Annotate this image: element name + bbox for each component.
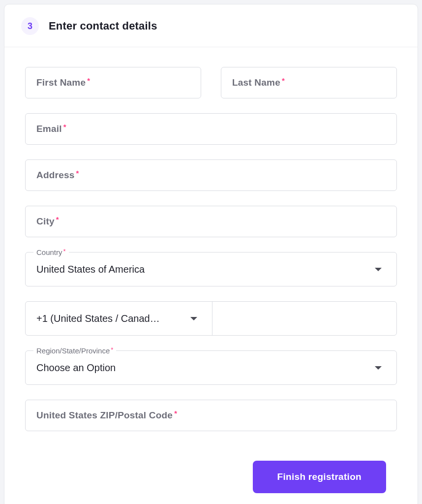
step-number-badge: 3 <box>21 17 39 35</box>
country-select[interactable]: Country* United States of America <box>25 252 397 286</box>
required-asterisk: * <box>56 215 59 223</box>
registration-card: 3 Enter contact details First Name* Last… <box>4 4 418 504</box>
region-label: Region/State/Province <box>36 346 110 355</box>
first-name-label: First Name <box>36 77 86 88</box>
region-select[interactable]: Region/State/Province* Choose an Option <box>25 350 397 385</box>
required-asterisk: * <box>174 409 177 417</box>
chevron-down-icon <box>190 317 197 320</box>
required-asterisk: * <box>87 76 90 85</box>
form-footer: Finish registration <box>25 446 397 503</box>
last-name-label: Last Name <box>232 77 280 88</box>
finish-registration-button[interactable]: Finish registration <box>253 461 386 493</box>
required-asterisk: * <box>63 248 66 255</box>
chevron-down-icon <box>375 366 382 370</box>
phone-number-input[interactable] <box>212 302 396 335</box>
phone-prefix-select[interactable]: +1 (United States / Canad… <box>26 302 212 335</box>
chevron-down-icon <box>375 268 382 271</box>
phone-field: +1 (United States / Canad… <box>25 301 397 336</box>
country-label: Country <box>36 248 62 256</box>
email-label: Email <box>36 124 62 134</box>
first-name-input[interactable]: First Name* <box>25 67 201 98</box>
email-input[interactable]: Email* <box>25 113 397 145</box>
required-asterisk: * <box>282 76 285 85</box>
step-title: Enter contact details <box>49 20 157 32</box>
required-asterisk: * <box>76 169 79 177</box>
zip-input[interactable]: United States ZIP/Postal Code* <box>25 400 397 431</box>
phone-prefix-value: +1 (United States / Canad… <box>36 313 160 324</box>
zip-label: United States ZIP/Postal Code <box>36 410 173 420</box>
address-input[interactable]: Address* <box>25 159 397 191</box>
form-body: First Name* Last Name* Email* <box>4 47 418 504</box>
address-label: Address <box>36 170 74 180</box>
region-value: Choose an Option <box>36 362 116 374</box>
country-value: United States of America <box>36 264 145 275</box>
step-number: 3 <box>28 21 32 32</box>
city-input[interactable]: City* <box>25 206 397 237</box>
last-name-input[interactable]: Last Name* <box>221 67 397 98</box>
required-asterisk: * <box>63 123 66 131</box>
required-asterisk: * <box>111 346 113 353</box>
city-label: City <box>36 216 55 226</box>
step-header: 3 Enter contact details <box>4 4 418 47</box>
